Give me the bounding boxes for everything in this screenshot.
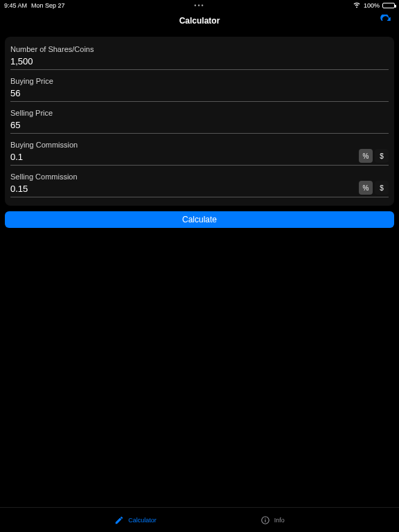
sell-price-input[interactable] xyxy=(10,118,389,134)
shares-label: Number of Shares/Coins xyxy=(10,45,389,53)
tab-calculator-label: Calculator xyxy=(128,517,157,524)
sell-commission-percent-button[interactable]: % xyxy=(359,181,373,195)
status-bar: 9:45 AM Mon Sep 27 ••• 100% xyxy=(0,0,399,10)
buy-commission-input[interactable] xyxy=(10,150,389,166)
shares-input[interactable] xyxy=(10,55,389,70)
tab-bar: Calculator Info xyxy=(0,507,399,532)
calculate-button[interactable]: Calculate xyxy=(5,211,394,228)
sell-commission-dollar-button[interactable]: $ xyxy=(375,181,389,195)
calculator-icon xyxy=(114,515,124,525)
sell-commission-input[interactable] xyxy=(10,182,389,197)
status-time: 9:45 AM xyxy=(4,2,27,9)
battery-percent: 100% xyxy=(364,2,380,9)
sell-price-label: Selling Price xyxy=(10,109,389,117)
shares-field: Number of Shares/Coins xyxy=(10,45,389,70)
buy-commission-toggle: % $ xyxy=(359,149,389,163)
sell-commission-field: Selling Commission % $ xyxy=(10,172,389,197)
buy-commission-field: Buying Commission % $ xyxy=(10,141,389,166)
svg-rect-1 xyxy=(265,519,265,522)
page-title: Calculator xyxy=(179,16,220,26)
buy-commission-label: Buying Commission xyxy=(10,141,389,149)
buy-commission-percent-button[interactable]: % xyxy=(359,149,373,163)
svg-point-2 xyxy=(265,517,265,518)
battery-icon xyxy=(382,3,395,8)
status-right: 100% xyxy=(353,1,395,9)
nav-header: Calculator xyxy=(0,10,399,31)
tab-info-label: Info xyxy=(274,517,285,524)
buy-price-label: Buying Price xyxy=(10,77,389,85)
sell-commission-label: Selling Commission xyxy=(10,172,389,181)
status-dots: ••• xyxy=(194,2,204,9)
tab-info[interactable]: Info xyxy=(260,515,285,525)
wifi-icon xyxy=(353,1,361,9)
calculator-form: Number of Shares/Coins Buying Price Sell… xyxy=(5,37,394,206)
status-date: Mon Sep 27 xyxy=(31,2,65,9)
tab-calculator[interactable]: Calculator xyxy=(114,515,157,525)
buy-price-field: Buying Price xyxy=(10,77,389,102)
status-left: 9:45 AM Mon Sep 27 xyxy=(4,2,65,9)
sell-price-field: Selling Price xyxy=(10,109,389,134)
info-icon xyxy=(260,515,270,525)
buy-price-input[interactable] xyxy=(10,87,389,102)
buy-commission-dollar-button[interactable]: $ xyxy=(375,149,389,163)
sell-commission-toggle: % $ xyxy=(359,181,389,195)
refresh-button[interactable] xyxy=(380,15,392,27)
